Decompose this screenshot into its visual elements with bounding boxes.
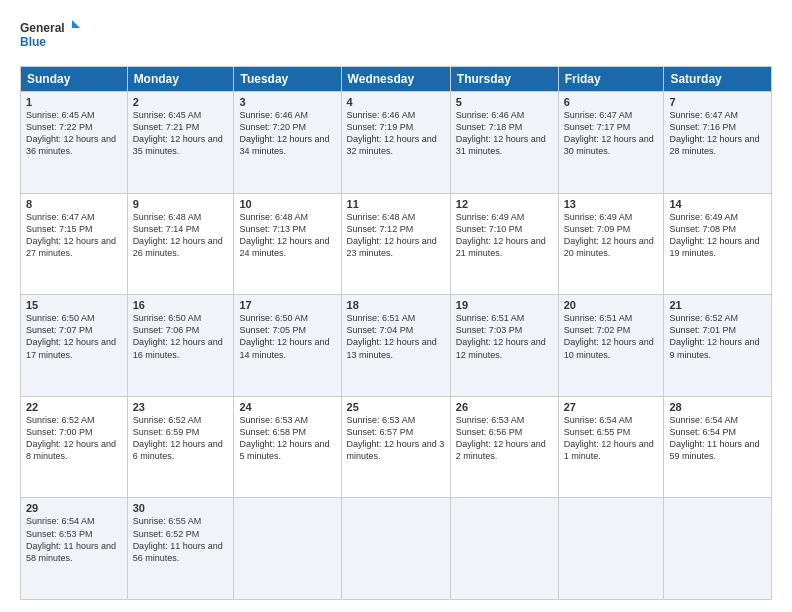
day-info: Sunrise: 6:47 AMSunset: 7:15 PMDaylight:… — [26, 211, 122, 260]
weekday-header-wednesday: Wednesday — [341, 67, 450, 92]
day-info: Sunrise: 6:50 AMSunset: 7:05 PMDaylight:… — [239, 312, 335, 361]
header: General Blue — [20, 18, 772, 56]
calendar-cell — [450, 498, 558, 600]
calendar-cell: 17Sunrise: 6:50 AMSunset: 7:05 PMDayligh… — [234, 295, 341, 397]
calendar-cell: 22Sunrise: 6:52 AMSunset: 7:00 PMDayligh… — [21, 396, 128, 498]
day-info: Sunrise: 6:51 AMSunset: 7:03 PMDaylight:… — [456, 312, 553, 361]
day-number: 10 — [239, 198, 335, 210]
weekday-header-friday: Friday — [558, 67, 664, 92]
day-number: 5 — [456, 96, 553, 108]
day-number: 24 — [239, 401, 335, 413]
day-number: 12 — [456, 198, 553, 210]
calendar: SundayMondayTuesdayWednesdayThursdayFrid… — [20, 66, 772, 600]
day-number: 22 — [26, 401, 122, 413]
weekday-header-tuesday: Tuesday — [234, 67, 341, 92]
day-info: Sunrise: 6:54 AMSunset: 6:53 PMDaylight:… — [26, 515, 122, 564]
calendar-cell: 16Sunrise: 6:50 AMSunset: 7:06 PMDayligh… — [127, 295, 234, 397]
calendar-cell: 1Sunrise: 6:45 AMSunset: 7:22 PMDaylight… — [21, 92, 128, 194]
svg-text:General: General — [20, 21, 65, 35]
calendar-cell: 9Sunrise: 6:48 AMSunset: 7:14 PMDaylight… — [127, 193, 234, 295]
calendar-cell: 25Sunrise: 6:53 AMSunset: 6:57 PMDayligh… — [341, 396, 450, 498]
day-info: Sunrise: 6:53 AMSunset: 6:57 PMDaylight:… — [347, 414, 445, 463]
day-info: Sunrise: 6:51 AMSunset: 7:04 PMDaylight:… — [347, 312, 445, 361]
day-info: Sunrise: 6:45 AMSunset: 7:21 PMDaylight:… — [133, 109, 229, 158]
day-number: 3 — [239, 96, 335, 108]
day-number: 23 — [133, 401, 229, 413]
day-number: 30 — [133, 502, 229, 514]
day-info: Sunrise: 6:54 AMSunset: 6:54 PMDaylight:… — [669, 414, 766, 463]
calendar-header-row: SundayMondayTuesdayWednesdayThursdayFrid… — [21, 67, 772, 92]
calendar-cell: 13Sunrise: 6:49 AMSunset: 7:09 PMDayligh… — [558, 193, 664, 295]
day-number: 15 — [26, 299, 122, 311]
calendar-cell — [558, 498, 664, 600]
day-info: Sunrise: 6:51 AMSunset: 7:02 PMDaylight:… — [564, 312, 659, 361]
day-number: 20 — [564, 299, 659, 311]
day-number: 29 — [26, 502, 122, 514]
calendar-cell: 14Sunrise: 6:49 AMSunset: 7:08 PMDayligh… — [664, 193, 772, 295]
calendar-cell: 19Sunrise: 6:51 AMSunset: 7:03 PMDayligh… — [450, 295, 558, 397]
day-info: Sunrise: 6:46 AMSunset: 7:20 PMDaylight:… — [239, 109, 335, 158]
calendar-cell: 12Sunrise: 6:49 AMSunset: 7:10 PMDayligh… — [450, 193, 558, 295]
calendar-cell: 2Sunrise: 6:45 AMSunset: 7:21 PMDaylight… — [127, 92, 234, 194]
day-number: 7 — [669, 96, 766, 108]
day-number: 26 — [456, 401, 553, 413]
weekday-header-saturday: Saturday — [664, 67, 772, 92]
day-number: 9 — [133, 198, 229, 210]
day-info: Sunrise: 6:48 AMSunset: 7:12 PMDaylight:… — [347, 211, 445, 260]
day-info: Sunrise: 6:53 AMSunset: 6:56 PMDaylight:… — [456, 414, 553, 463]
weekday-header-thursday: Thursday — [450, 67, 558, 92]
svg-marker-2 — [72, 20, 80, 28]
calendar-cell — [341, 498, 450, 600]
day-number: 25 — [347, 401, 445, 413]
calendar-cell: 23Sunrise: 6:52 AMSunset: 6:59 PMDayligh… — [127, 396, 234, 498]
calendar-cell: 7Sunrise: 6:47 AMSunset: 7:16 PMDaylight… — [664, 92, 772, 194]
day-info: Sunrise: 6:46 AMSunset: 7:18 PMDaylight:… — [456, 109, 553, 158]
calendar-cell — [234, 498, 341, 600]
svg-text:Blue: Blue — [20, 35, 46, 49]
calendar-cell: 10Sunrise: 6:48 AMSunset: 7:13 PMDayligh… — [234, 193, 341, 295]
day-info: Sunrise: 6:54 AMSunset: 6:55 PMDaylight:… — [564, 414, 659, 463]
day-info: Sunrise: 6:47 AMSunset: 7:17 PMDaylight:… — [564, 109, 659, 158]
calendar-cell: 8Sunrise: 6:47 AMSunset: 7:15 PMDaylight… — [21, 193, 128, 295]
day-info: Sunrise: 6:52 AMSunset: 6:59 PMDaylight:… — [133, 414, 229, 463]
day-number: 4 — [347, 96, 445, 108]
day-number: 16 — [133, 299, 229, 311]
day-info: Sunrise: 6:55 AMSunset: 6:52 PMDaylight:… — [133, 515, 229, 564]
calendar-cell: 15Sunrise: 6:50 AMSunset: 7:07 PMDayligh… — [21, 295, 128, 397]
calendar-week-5: 29Sunrise: 6:54 AMSunset: 6:53 PMDayligh… — [21, 498, 772, 600]
calendar-cell: 27Sunrise: 6:54 AMSunset: 6:55 PMDayligh… — [558, 396, 664, 498]
day-info: Sunrise: 6:49 AMSunset: 7:08 PMDaylight:… — [669, 211, 766, 260]
calendar-week-4: 22Sunrise: 6:52 AMSunset: 7:00 PMDayligh… — [21, 396, 772, 498]
calendar-week-1: 1Sunrise: 6:45 AMSunset: 7:22 PMDaylight… — [21, 92, 772, 194]
calendar-cell: 4Sunrise: 6:46 AMSunset: 7:19 PMDaylight… — [341, 92, 450, 194]
calendar-cell: 18Sunrise: 6:51 AMSunset: 7:04 PMDayligh… — [341, 295, 450, 397]
day-info: Sunrise: 6:48 AMSunset: 7:14 PMDaylight:… — [133, 211, 229, 260]
day-info: Sunrise: 6:48 AMSunset: 7:13 PMDaylight:… — [239, 211, 335, 260]
day-number: 19 — [456, 299, 553, 311]
day-info: Sunrise: 6:50 AMSunset: 7:06 PMDaylight:… — [133, 312, 229, 361]
page: General Blue SundayMondayTuesdayWednesda… — [0, 0, 792, 612]
day-number: 8 — [26, 198, 122, 210]
calendar-cell: 30Sunrise: 6:55 AMSunset: 6:52 PMDayligh… — [127, 498, 234, 600]
logo: General Blue — [20, 18, 80, 56]
calendar-week-2: 8Sunrise: 6:47 AMSunset: 7:15 PMDaylight… — [21, 193, 772, 295]
calendar-cell: 20Sunrise: 6:51 AMSunset: 7:02 PMDayligh… — [558, 295, 664, 397]
day-info: Sunrise: 6:49 AMSunset: 7:10 PMDaylight:… — [456, 211, 553, 260]
calendar-cell: 5Sunrise: 6:46 AMSunset: 7:18 PMDaylight… — [450, 92, 558, 194]
weekday-header-monday: Monday — [127, 67, 234, 92]
day-number: 17 — [239, 299, 335, 311]
calendar-cell: 21Sunrise: 6:52 AMSunset: 7:01 PMDayligh… — [664, 295, 772, 397]
calendar-cell: 3Sunrise: 6:46 AMSunset: 7:20 PMDaylight… — [234, 92, 341, 194]
calendar-cell — [664, 498, 772, 600]
calendar-body: 1Sunrise: 6:45 AMSunset: 7:22 PMDaylight… — [21, 92, 772, 600]
calendar-cell: 6Sunrise: 6:47 AMSunset: 7:17 PMDaylight… — [558, 92, 664, 194]
day-number: 14 — [669, 198, 766, 210]
day-number: 18 — [347, 299, 445, 311]
day-info: Sunrise: 6:52 AMSunset: 7:00 PMDaylight:… — [26, 414, 122, 463]
day-info: Sunrise: 6:47 AMSunset: 7:16 PMDaylight:… — [669, 109, 766, 158]
day-info: Sunrise: 6:53 AMSunset: 6:58 PMDaylight:… — [239, 414, 335, 463]
calendar-cell: 11Sunrise: 6:48 AMSunset: 7:12 PMDayligh… — [341, 193, 450, 295]
weekday-header-sunday: Sunday — [21, 67, 128, 92]
day-number: 11 — [347, 198, 445, 210]
calendar-cell: 26Sunrise: 6:53 AMSunset: 6:56 PMDayligh… — [450, 396, 558, 498]
